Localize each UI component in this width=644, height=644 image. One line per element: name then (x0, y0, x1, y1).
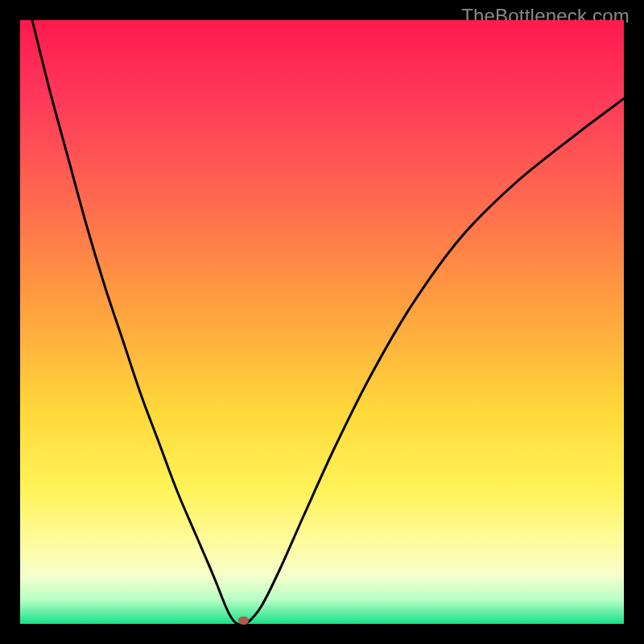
plot-area (20, 20, 624, 624)
chart-container: TheBottleneck.com (0, 0, 644, 644)
bottleneck-curve (20, 20, 624, 624)
optimal-point-marker (238, 617, 249, 625)
